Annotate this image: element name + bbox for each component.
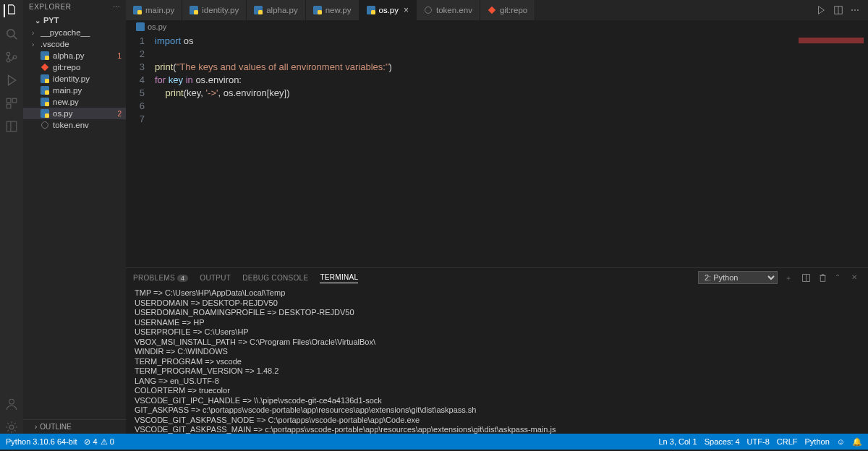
tab-file-icon [190, 6, 198, 14]
file-item[interactable]: __pycache__ [23, 27, 126, 38]
terminal-line: USERDOMAIN => DESKTOP-REJDV50 [135, 298, 859, 309]
svg-point-8 [9, 399, 14, 404]
breadcrumb-file: os.py [148, 22, 166, 31]
status-spaces[interactable]: Spaces: 4 [705, 437, 740, 446]
account-icon[interactable] [5, 398, 18, 411]
editor-tab[interactable]: new.py [306, 0, 359, 20]
kill-terminal-icon[interactable] [818, 273, 827, 283]
editor-tab[interactable]: git:repo [480, 0, 535, 20]
file-name: alpha.py [53, 51, 114, 60]
gear-icon[interactable] [5, 421, 18, 434]
editor-tab[interactable]: alpha.py [247, 0, 305, 20]
svg-rect-11 [45, 56, 49, 60]
file-icon [41, 74, 49, 83]
tab-problems[interactable]: PROBLEMS4 [133, 272, 188, 283]
minimap-error[interactable] [799, 38, 864, 43]
bell-icon[interactable]: 🔔 [852, 437, 862, 447]
tab-file-icon [367, 6, 375, 14]
status-encoding[interactable]: UTF-8 [747, 437, 770, 446]
tab-output[interactable]: OUTPUT [200, 272, 231, 283]
source-control-icon[interactable] [5, 51, 18, 64]
editor-tab[interactable]: main.py [126, 0, 182, 20]
sidebar: EXPLORER ⋯ PYT __pycache__.vscodealpha.p… [23, 0, 126, 434]
svg-rect-33 [136, 22, 145, 31]
file-icon [41, 86, 49, 95]
status-position[interactable]: Ln 3, Col 1 [658, 437, 697, 446]
svg-rect-28 [318, 10, 322, 14]
status-python[interactable]: Python 3.10.6 64-bit [6, 437, 77, 446]
sidebar-header: EXPLORER ⋯ [23, 0, 126, 14]
terminal-line: VSCODE_GIT_ASKPASS_NODE => C:\portapps\v… [135, 416, 859, 426]
file-icon [41, 121, 49, 129]
file-name: os.py [53, 109, 114, 118]
terminal-line: VSCODE_GIT_IPC_HANDLE => \\.\pipe\vscode… [135, 396, 859, 406]
file-icon [41, 63, 49, 72]
svg-rect-15 [45, 90, 49, 95]
more-icon[interactable]: ⋯ [113, 3, 121, 11]
close-icon[interactable]: × [404, 5, 409, 15]
split-terminal-icon[interactable] [801, 273, 811, 283]
file-item[interactable]: .vscode [23, 38, 126, 50]
svg-point-9 [9, 425, 14, 429]
svg-rect-7 [7, 121, 17, 132]
extensions-icon[interactable] [5, 97, 18, 110]
feedback-icon[interactable]: ☺ [837, 437, 845, 446]
file-item[interactable]: main.py [23, 85, 126, 96]
new-terminal-icon[interactable]: ＋ [785, 273, 794, 283]
layout-icon[interactable] [5, 120, 18, 133]
terminal-line: USERNAME => HP [135, 318, 859, 328]
status-errors[interactable]: ⊘ 4 ⚠ 0 [84, 437, 114, 447]
tab-file-icon [133, 6, 142, 14]
tab-file-icon [254, 6, 263, 14]
terminal-content[interactable]: TMP => C:\Users\HP\AppData\Local\TempUSE… [126, 287, 868, 434]
file-item[interactable]: os.py2 [23, 108, 126, 119]
editor-tab[interactable]: token.env [417, 0, 480, 20]
outline-section[interactable]: OUTLINE [23, 419, 126, 434]
tab-debug-console[interactable]: DEBUG CONSOLE [242, 272, 308, 283]
editor-tab[interactable]: os.py× [359, 0, 417, 20]
error-badge: 1 [117, 52, 122, 60]
terminal-line: USERPROFILE => C:\Users\HP [135, 327, 859, 338]
maximize-icon[interactable]: ⌃ [835, 273, 844, 283]
svg-rect-24 [194, 10, 198, 14]
file-icon [41, 109, 49, 118]
svg-rect-5 [12, 98, 17, 103]
tab-label: identity.py [202, 6, 239, 14]
editor-tab[interactable]: identity.py [182, 0, 247, 20]
tab-label: git:repo [500, 6, 527, 14]
file-name: identity.py [53, 74, 122, 83]
svg-point-20 [42, 122, 48, 129]
file-item[interactable]: token.env [23, 119, 126, 131]
folder-root[interactable]: PYT [23, 14, 126, 27]
error-badge: 2 [117, 110, 122, 118]
explorer-label: EXPLORER [29, 3, 71, 11]
svg-rect-6 [7, 104, 11, 108]
breadcrumb[interactable]: os.py [126, 20, 868, 33]
bottom-panel: PROBLEMS4 OUTPUT DEBUG CONSOLE TERMINAL … [126, 267, 868, 434]
terminal-line: WINDIR => C:\WINDOWS [135, 347, 859, 357]
file-name: __pycache__ [41, 28, 122, 37]
close-panel-icon[interactable]: ✕ [851, 273, 861, 283]
status-eol[interactable]: CRLF [777, 437, 798, 446]
terminal-line: TERM_PROGRAM_VERSION => 1.48.2 [135, 366, 859, 377]
file-item[interactable]: git:repo [23, 61, 126, 73]
file-item[interactable]: new.py [23, 96, 126, 108]
file-item[interactable]: identity.py [23, 73, 126, 85]
run-icon[interactable] [816, 5, 826, 15]
code-content[interactable]: import os print("The keys and values of … [155, 35, 868, 267]
tab-more-icon[interactable]: ⋯ [851, 5, 861, 15]
search-icon[interactable] [5, 27, 18, 40]
file-name: new.py [53, 98, 122, 106]
status-lang[interactable]: Python [805, 437, 830, 446]
file-name: git:repo [53, 63, 122, 72]
terminal-selector[interactable]: 2: Python [698, 271, 778, 284]
tab-terminal[interactable]: TERMINAL [320, 272, 358, 283]
files-icon[interactable] [4, 4, 17, 17]
tab-file-icon [313, 6, 322, 14]
debug-icon[interactable] [5, 74, 18, 87]
svg-rect-4 [7, 98, 11, 103]
file-item[interactable]: alpha.py1 [23, 50, 126, 61]
split-icon[interactable] [833, 5, 843, 15]
tab-label: main.py [145, 6, 174, 14]
code-editor[interactable]: 1234567 import os print("The keys and va… [126, 33, 868, 267]
